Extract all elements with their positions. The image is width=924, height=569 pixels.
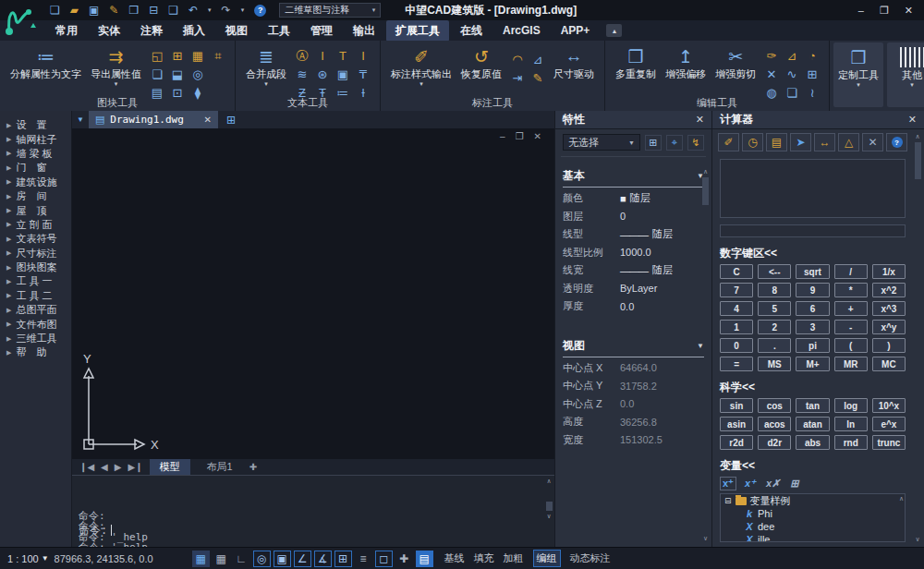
delete-variable-icon[interactable]: x✗ (764, 478, 782, 490)
calc-key[interactable]: 7 (720, 283, 753, 297)
tool-icon[interactable]: ≋ (295, 66, 310, 83)
tool-icon[interactable]: ⊞ (170, 47, 185, 65)
select-objects-icon[interactable]: ⌖ (666, 135, 683, 151)
print-icon[interactable]: ⊟ (149, 4, 158, 17)
otrack-icon[interactable]: ▣ (274, 551, 291, 567)
new-document-icon[interactable]: ⊞ (226, 114, 236, 127)
calc-key[interactable]: abs (796, 435, 829, 450)
calc-key[interactable]: atan (796, 417, 829, 431)
sidebar-item[interactable]: ▶ 帮 助 (0, 345, 71, 359)
enhanced-trim-button[interactable]: ✂ 增强剪切 (711, 43, 760, 81)
tool-icon[interactable]: I (315, 47, 330, 65)
open-icon[interactable]: ▰ (70, 4, 79, 17)
new-variable-icon[interactable]: x⁺ (720, 477, 736, 490)
calc-key[interactable]: acos (758, 417, 791, 431)
calc-key[interactable]: sin (720, 398, 753, 413)
redo-icon[interactable]: ↷ (222, 4, 231, 17)
scroll-up-icon[interactable]: ∧ (701, 168, 710, 176)
calc-key[interactable]: MC (872, 357, 906, 371)
workspace-dropdown[interactable]: 二维草图与注释 ▾ (279, 3, 381, 18)
first-layout-icon[interactable]: ❙◀ (79, 462, 94, 472)
toggle-bold[interactable]: 加粗 (504, 551, 524, 565)
lineweight-icon[interactable]: ≡ (355, 551, 372, 567)
sidebar-item[interactable]: ▶ 立 剖 面 (0, 218, 71, 232)
redo-dropdown-icon[interactable]: ▾ (241, 4, 245, 17)
quick-select-icon[interactable]: ⊞ (645, 135, 662, 151)
add-layout-icon[interactable]: ✚ (249, 462, 257, 472)
grid-icon[interactable]: ▦ (192, 551, 210, 567)
calc-key[interactable]: x^y (872, 320, 906, 334)
polar-tracking-icon[interactable]: ∡ (314, 551, 332, 567)
ribbon-collapse-icon[interactable]: ▲ (606, 24, 622, 37)
variable-item[interactable]: k Phi (721, 507, 905, 520)
calc-clear-icon[interactable]: ✐ (718, 133, 739, 151)
sidebar-item[interactable]: ▶ 屋 顶 (0, 203, 71, 217)
calc-key[interactable]: trunc (872, 435, 906, 450)
merge-paragraph-button[interactable]: ≣ 合并成段 ▾ (241, 43, 291, 89)
ortho-icon[interactable]: ∟ (233, 551, 250, 567)
document-tab[interactable]: ▤ Drawing1.dwg ✕ (89, 111, 218, 128)
export-attr-button[interactable]: ⇉ 导出属性值 ▾ (86, 43, 146, 89)
undo-icon[interactable]: ↶ (188, 4, 198, 17)
tool-icon[interactable]: ✎ (530, 69, 545, 87)
snap-grid-icon[interactable]: ▦ (213, 551, 230, 567)
sidebar-item[interactable]: ▶ 三维工具 (0, 332, 71, 345)
tool-icon[interactable]: ◔ (805, 47, 820, 65)
maximize-button[interactable]: ❐ (880, 5, 889, 17)
toggle-baseline[interactable]: 基线 (444, 551, 465, 565)
osnap-icon[interactable]: ◎ (253, 551, 271, 567)
scale-dropdown-icon[interactable]: ▼ (42, 554, 49, 563)
batch-plot-icon[interactable]: ❒ (128, 4, 139, 17)
angle-snap-icon[interactable]: ∠ (294, 551, 311, 567)
calc-key[interactable]: r2d (720, 435, 753, 450)
annotation-add-icon[interactable]: ✚ (395, 551, 413, 567)
scientific-section-header[interactable]: 科学<< (720, 380, 917, 395)
custom-tools-button[interactable]: ❒ 定制工具 ▾ (833, 42, 883, 107)
tool-icon[interactable]: Ⓐ (295, 47, 310, 65)
save-icon[interactable]: ▣ (89, 4, 99, 17)
dim-style-output-button[interactable]: ✐ 标注样式输出 ▾ (386, 43, 456, 89)
preview-icon[interactable]: ❑ (168, 4, 178, 17)
calculator-return-icon[interactable]: ⊞ (788, 478, 800, 490)
sidebar-item[interactable]: ▶ 建筑设施 (0, 176, 71, 189)
tab-layout1[interactable]: 布局1 (197, 459, 243, 475)
sidebar-item[interactable]: ▶ 轴网柱子 (0, 132, 71, 146)
other-tools-button[interactable]: 其他 ▾ (887, 42, 924, 107)
tab-output[interactable]: 输出 (344, 20, 384, 42)
calc-key[interactable]: 3 (796, 320, 829, 334)
sidebar-item[interactable]: ▶ 工 具 一 (0, 274, 71, 288)
tool-icon[interactable]: ❏ (150, 66, 164, 83)
variables-section-header[interactable]: 变量<< (720, 458, 917, 474)
calc-key[interactable]: x^2 (872, 283, 906, 297)
tab-app-plus[interactable]: APP+ (552, 21, 600, 40)
calc-key[interactable]: ( (834, 338, 868, 353)
scroll-down-icon[interactable]: ∨ (544, 513, 553, 520)
section-view-header[interactable]: 视图 ▼ (563, 338, 704, 357)
calc-key[interactable]: ) (872, 338, 906, 353)
calculator-close-icon[interactable]: ✕ (908, 114, 917, 126)
sidebar-item[interactable]: ▶ 总图平面 (0, 303, 71, 317)
command-line-panel[interactable]: 命令:命令:命令: '_help命令: '_help 命令: ∧ ∨ (72, 475, 554, 547)
calc-key[interactable]: cos (758, 398, 791, 413)
last-layout-icon[interactable]: ▶❙ (128, 462, 142, 472)
calc-key[interactable]: 9 (796, 283, 829, 297)
calc-key[interactable]: 8 (758, 283, 791, 297)
numpad-section-header[interactable]: 数字键区<< (720, 246, 917, 261)
calc-history-icon[interactable]: ◷ (742, 133, 763, 151)
tool-icon[interactable]: ▣ (335, 66, 350, 83)
calc-key[interactable]: C (720, 264, 753, 279)
toggle-fill[interactable]: 填充 (474, 551, 494, 565)
calc-key[interactable]: 6 (796, 301, 829, 316)
variable-item[interactable]: X dee (721, 520, 905, 533)
calc-key[interactable]: asin (720, 417, 753, 431)
calc-key[interactable]: d2r (758, 435, 791, 450)
minimize-button[interactable]: – (858, 5, 864, 16)
calc-delete-icon[interactable]: ✕ (862, 133, 883, 151)
tree-root-row[interactable]: ⊟ 变量样例 (721, 494, 905, 507)
command-scrollbar[interactable]: ∧ ∨ (544, 478, 553, 520)
calc-key[interactable]: M+ (796, 357, 829, 371)
calc-key[interactable]: 5 (758, 301, 791, 316)
tab-arcgis[interactable]: ArcGIS (493, 21, 550, 40)
selection-dropdown[interactable]: 无选择 ▼ (563, 134, 640, 151)
prev-layout-icon[interactable]: ◀ (101, 462, 108, 472)
